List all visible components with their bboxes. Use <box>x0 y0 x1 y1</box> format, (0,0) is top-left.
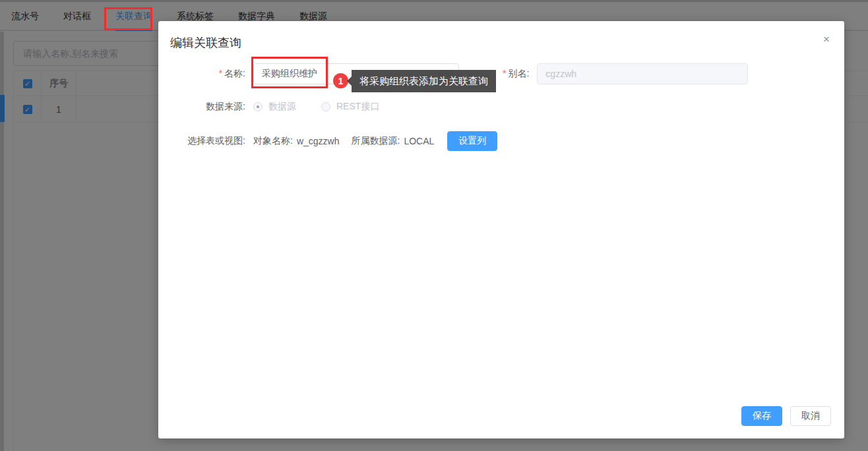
dialog-title: 编辑关联查询 <box>170 35 241 51</box>
annotation-highlight-name-input <box>251 57 328 88</box>
save-button[interactable]: 保存 <box>741 406 782 426</box>
alias-input-wrap <box>537 63 748 84</box>
annotation-step-badge: 1 <box>333 73 348 88</box>
alias-input <box>538 64 747 84</box>
alias-label: *别名: <box>503 68 529 80</box>
object-name-label: 对象名称: <box>253 135 293 147</box>
cancel-button[interactable]: 取消 <box>790 406 831 426</box>
required-mark: * <box>219 68 222 78</box>
object-name-value: w_cgzzwh <box>297 136 340 146</box>
radio-unselected-icon <box>321 102 330 111</box>
dialog-footer: 保存 取消 <box>741 406 831 426</box>
datasource-value: LOCAL <box>404 136 434 146</box>
close-icon[interactable]: × <box>823 34 830 45</box>
data-source-row: 数据来源: 数据源 REST接口 <box>185 98 404 116</box>
radio-selected-icon <box>253 102 263 111</box>
set-columns-button[interactable]: 设置列 <box>447 131 497 151</box>
radio-rest-api-label: REST接口 <box>336 101 379 113</box>
radio-datasource: 数据源 <box>253 101 296 113</box>
screen: 流水号 对话框 关联查询 系统标签 数据字典 数据源 ✓ 序号 <box>0 0 868 451</box>
required-mark: * <box>503 68 506 78</box>
name-label: *名称: <box>185 68 245 80</box>
data-source-label: 数据来源: <box>185 101 245 113</box>
radio-datasource-label: 数据源 <box>268 101 296 113</box>
select-table-label: 选择表或视图: <box>185 135 245 147</box>
datasource-label: 所属数据源: <box>351 135 400 147</box>
annotation-tooltip: 将采购组织表添加为关联查询 <box>352 70 496 92</box>
object-info: 对象名称: w_cgzzwh 所属数据源: LOCAL <box>253 135 438 147</box>
radio-rest-api: REST接口 <box>321 101 379 113</box>
annotation-highlight-tab <box>104 7 152 30</box>
select-table-row: 选择表或视图: 对象名称: w_cgzzwh 所属数据源: LOCAL 设置列 <box>185 131 497 152</box>
